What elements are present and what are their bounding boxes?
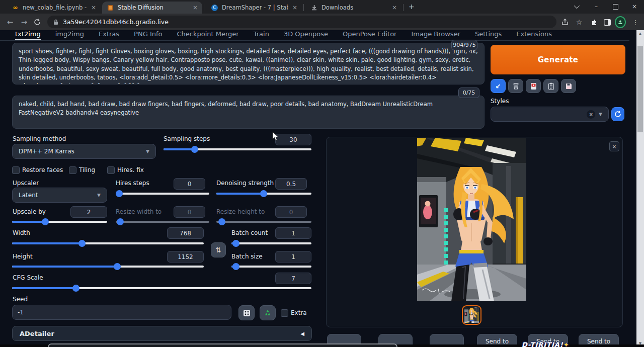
new-tab-button[interactable]: +	[409, 3, 415, 11]
extensions-puzzle-icon[interactable]	[589, 17, 600, 28]
sampling-steps-slider[interactable]	[164, 146, 311, 153]
refresh-styles-button[interactable]	[611, 107, 624, 121]
tab-close-icon[interactable]: ×	[91, 4, 96, 11]
tab-settings[interactable]: Settings	[475, 30, 502, 40]
generated-image[interactable]	[417, 138, 526, 301]
close-gallery-icon[interactable]: ×	[609, 141, 619, 151]
side-panel-icon[interactable]	[602, 17, 613, 28]
random-seed-dice-button[interactable]	[238, 305, 255, 320]
tiling-checkbox[interactable]	[69, 166, 76, 174]
seed-extra-checkbox[interactable]	[281, 309, 288, 317]
denoising-strength-label: Denoising strength	[216, 180, 274, 187]
bookmark-star-icon[interactable]: ☆	[574, 17, 585, 28]
sampling-method-dropdown[interactable]: DPM++ 2M Karras ▼	[12, 144, 156, 159]
paste-generation-params-button[interactable]: ↙	[491, 79, 506, 93]
mouse-cursor	[272, 131, 279, 141]
tab-png-info[interactable]: PNG Info	[134, 30, 162, 40]
browser-tab-title: new_colab_file.ipynb - Colaborat	[23, 4, 87, 11]
generate-button[interactable]: Generate	[491, 45, 625, 74]
browser-menu-dots-icon[interactable]: ⋮	[630, 17, 641, 28]
adetailer-accordion[interactable]: ADetailer ◀	[12, 326, 312, 341]
dice-icon	[243, 309, 251, 317]
page-scrollbar[interactable]: ▲ ▼	[636, 30, 644, 347]
window-chevron-button[interactable]	[568, 0, 585, 13]
styles-dropdown[interactable]: × ▼	[491, 107, 609, 122]
tab-extensions[interactable]: Extensions	[516, 30, 552, 40]
back-icon[interactable]: ←	[4, 17, 16, 28]
tab-close-icon[interactable]: ×	[292, 4, 297, 11]
tab-close-icon[interactable]: ×	[193, 4, 198, 11]
tab-train[interactable]: Train	[254, 30, 269, 40]
upscaler-dropdown[interactable]: Latent ▼	[12, 188, 107, 203]
cfg-scale-slider[interactable]	[12, 285, 311, 292]
sampling-steps-label: Sampling steps	[164, 135, 210, 142]
trash-icon	[513, 82, 519, 90]
resize-width-to-label: Resize width to	[116, 208, 162, 215]
cfg-scale-input[interactable]: 7	[275, 273, 311, 284]
reuse-seed-recycle-button[interactable]	[260, 305, 276, 320]
save-floppy-icon	[566, 83, 572, 90]
forward-icon[interactable]: →	[18, 17, 30, 28]
tab-openpose-editor[interactable]: OpenPose Editor	[343, 30, 396, 40]
upscale-by-slider[interactable]	[12, 218, 107, 225]
share-icon[interactable]	[559, 17, 571, 28]
hires-steps-input[interactable]: 0	[174, 178, 205, 190]
height-label: Height	[13, 253, 33, 260]
browser-tab-stable-diffusion[interactable]: Stable Diffusion ×	[102, 2, 202, 14]
tab-3d-openpose[interactable]: 3D Openpose	[284, 30, 328, 40]
browser-tab-dreamshaper[interactable]: C DreamShaper - 7 | Stable Diffusio ×	[206, 2, 302, 14]
resize-width-to-input: 0	[174, 206, 205, 218]
width-slider[interactable]	[12, 240, 204, 247]
browser-tab-title: Downloads	[321, 4, 388, 11]
apply-styles-button[interactable]	[543, 79, 558, 93]
scrollbar-thumb[interactable]	[637, 46, 643, 132]
hires-fix-label: Hires. fix	[117, 166, 144, 173]
tab-checkpoint-merger[interactable]: Checkpoint Merger	[177, 30, 238, 40]
url-bar[interactable]: 3a59ec42041dbb46cb.gradio.live	[47, 16, 556, 28]
window-minimize-button[interactable]: –	[588, 0, 605, 13]
clear-styles-icon[interactable]: ×	[587, 110, 595, 119]
height-slider[interactable]	[12, 263, 204, 270]
window-maximize-button[interactable]	[607, 0, 624, 13]
negative-prompt-textarea[interactable]: naked, child, bad hand, bad draw, bad dr…	[12, 96, 485, 129]
refresh-icon	[614, 111, 621, 118]
extra-networks-button[interactable]	[526, 79, 541, 93]
tab-image-browser[interactable]: Image Browser	[411, 30, 460, 40]
hires-steps-slider[interactable]	[116, 190, 209, 197]
prompt-textarea[interactable]: sport shoes, fighter, fight, fight Glove…	[12, 43, 485, 84]
scrollbar-up-arrow-icon[interactable]: ▲	[636, 30, 644, 37]
prompt-token-counter: 904/975	[451, 40, 477, 50]
clear-prompt-trash-button[interactable]	[508, 79, 523, 93]
batch-size-input[interactable]: 1	[275, 251, 311, 263]
batch-size-slider[interactable]	[231, 263, 311, 270]
denoising-strength-input[interactable]: 0.5	[275, 178, 307, 190]
tab-close-icon[interactable]: ×	[392, 4, 397, 11]
reload-icon[interactable]	[31, 17, 43, 28]
tab-extras[interactable]: Extras	[99, 30, 119, 40]
browser-tab-colab[interactable]: ∞ new_colab_file.ipynb - Colaborat ×	[7, 2, 101, 14]
sampling-steps-input[interactable]: 30	[275, 134, 311, 145]
gallery-thumbnail-selected[interactable]	[462, 305, 481, 325]
bottom-panel-edge	[48, 343, 397, 347]
seed-input[interactable]: -1	[12, 305, 231, 320]
batch-count-slider[interactable]	[231, 240, 311, 247]
chevron-down-icon: ▼	[599, 112, 602, 117]
upscaler-label: Upscaler	[13, 180, 39, 187]
height-input[interactable]: 1152	[167, 251, 204, 263]
tab-txt2img[interactable]: txt2img	[15, 30, 41, 40]
profile-avatar[interactable]	[615, 17, 626, 28]
denoising-strength-slider[interactable]	[216, 190, 311, 197]
width-input[interactable]: 768	[167, 227, 204, 239]
restore-faces-checkbox[interactable]	[12, 166, 20, 174]
hires-fix-checkbox[interactable]	[107, 166, 115, 174]
save-style-button[interactable]	[561, 79, 576, 93]
window-close-button[interactable]: ×	[626, 0, 643, 13]
upscale-by-input[interactable]: 2	[70, 206, 107, 218]
swap-width-height-button[interactable]: ⇅	[211, 242, 226, 257]
batch-count-input[interactable]: 1	[275, 227, 311, 239]
browser-tab-downloads[interactable]: Downloads ×	[306, 2, 401, 14]
browser-tab-title: Stable Diffusion	[118, 4, 189, 11]
chevron-down-icon: ▼	[146, 149, 149, 154]
batch-size-label: Batch size	[231, 253, 263, 260]
tab-img2img[interactable]: img2img	[55, 30, 84, 40]
